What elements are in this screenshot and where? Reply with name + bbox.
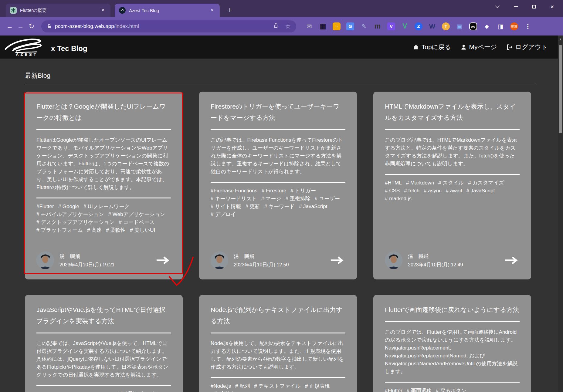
hashtag[interactable]: # HTML [90, 390, 109, 392]
hashtag[interactable]: # await [446, 187, 462, 195]
hashtag[interactable]: # サイト情報 [211, 203, 241, 211]
card-summary: この記事では、JavaScriptやVue.jsを使って、HTMLで日付選択プラ… [36, 340, 171, 379]
close-window-button[interactable]: × [549, 4, 555, 10]
blog-card[interactable]: Node.jsで配列からテキストファイルに出力する方法 Node.jsを使用して… [199, 295, 357, 392]
z-extension-icon[interactable]: Z [415, 22, 422, 30]
scrollbar-up-arrow[interactable]: ▲ [558, 37, 563, 41]
hashtag[interactable]: # モバイルアプリケーション [36, 211, 104, 218]
card-divider [36, 129, 171, 130]
side-panel-icon[interactable]: ◨ [497, 22, 504, 30]
hashtag[interactable]: # ユーザー [315, 195, 340, 203]
browser-menu-icon[interactable]: ⋮ [524, 22, 532, 30]
blog-card[interactable]: JavaScriptやVue.jsを使ってHTMLで日付選択プラグインを実装する… [25, 295, 183, 392]
hashtag[interactable]: # 日付選択プラグイン [113, 390, 164, 392]
hashtag[interactable]: # 数字抽出 [211, 390, 236, 392]
hashtag[interactable]: # 更新 [245, 203, 260, 211]
clipboard-extension-icon[interactable]: ▣ [456, 22, 463, 30]
hashtag[interactable]: # デプロイ [211, 211, 236, 218]
read-more-arrow[interactable] [504, 256, 518, 265]
hashtag[interactable]: #HTML [385, 179, 402, 187]
hashtag[interactable]: # スタイル [438, 179, 464, 187]
hashtag[interactable]: # UIフレームワーク [83, 203, 130, 211]
hashtag[interactable]: # 高速 [87, 226, 102, 234]
google-translate-icon[interactable]: G [346, 22, 354, 30]
nav-logout[interactable]: ログアウト [506, 43, 548, 51]
hashtag[interactable]: # Webアプリケーション [108, 211, 165, 218]
hashtag[interactable]: # CSS [385, 187, 400, 195]
hashtag[interactable]: #Node.js [211, 382, 231, 390]
tab-flutter-overview[interactable]: Flutterの概要 × [6, 4, 110, 17]
hashtag[interactable]: # マージ [261, 195, 281, 203]
hashtag[interactable]: # テキストファイル [254, 382, 300, 390]
hashtag[interactable]: # 配列 [235, 382, 250, 390]
share-icon[interactable] [273, 22, 279, 30]
address-bar[interactable]: pcom-azest-blog.web.app/index.html ☆ [41, 20, 296, 32]
blog-card[interactable]: Flutterとは？Googleが開発したUIフレームワークの特徴とは Flut… [25, 92, 183, 279]
v-purple-extension-icon[interactable]: V [387, 22, 395, 30]
forward-icon[interactable]: → [15, 21, 26, 32]
hashtag[interactable]: # 美しいUI [130, 226, 155, 234]
hashtag[interactable]: # async [424, 187, 442, 195]
reload-icon[interactable]: ↻ [26, 21, 37, 32]
hashtag[interactable]: # fetch [404, 187, 419, 195]
hashtag[interactable]: # Firestore [262, 187, 286, 195]
hashtag[interactable]: # 画面遷移 [407, 387, 432, 392]
hashtag[interactable]: # コードベース [119, 218, 154, 226]
blog-card[interactable]: HTMLでMarkdownファイルを表示し、スタイルをカスタマイズする方法 この… [373, 92, 531, 279]
profile-avatar-badge[interactable]: 鵬飛 [510, 22, 518, 30]
card-title: Node.jsで配列からテキストファイルに出力する方法 [211, 304, 345, 326]
scrollbar-thumb[interactable] [559, 45, 562, 133]
hashtag[interactable]: #Firebase Functions [211, 187, 257, 195]
author-name: 湯 鵬飛 [234, 253, 289, 260]
w-extension-icon[interactable]: W [428, 22, 436, 30]
hashtag[interactable]: # JavaScript [299, 203, 327, 211]
m-extension-icon[interactable]: m [374, 22, 382, 30]
qr-code-extension-icon[interactable]: ▦ [319, 22, 327, 30]
nav-my-page[interactable]: Myページ [460, 43, 497, 51]
card-summary: Node.jsを使用して、配列の要素をテキストファイルに出力する方法について説明… [211, 340, 345, 371]
t-extension-icon[interactable]: T [442, 22, 450, 30]
hashtag[interactable]: # 戻るボタン [436, 387, 466, 392]
bookmark-star-icon[interactable]: ☆ [285, 23, 291, 30]
hashtag[interactable]: # カスタマイズ [468, 179, 504, 187]
hashtag[interactable]: #JavaScript [36, 390, 63, 392]
hashtag[interactable]: # キーワードリスト [211, 195, 257, 203]
card-divider [385, 382, 520, 383]
hashtag[interactable]: # トリガー [290, 187, 316, 195]
hashtag[interactable]: # marked.js [385, 195, 412, 203]
extensions-puzzle-icon[interactable]: ◆ [483, 22, 491, 30]
new-tab-button[interactable]: + [225, 5, 234, 15]
back-icon[interactable]: ← [4, 21, 15, 32]
lightbulb-extension-icon[interactable]: ○ [333, 22, 341, 30]
post-date: 2023年4月10日(月) 12:50 [234, 262, 289, 268]
azest-logo[interactable]: AZEST x Tec Blog [4, 38, 87, 56]
hashtag[interactable]: # 正規表現 [305, 382, 330, 390]
hashtag[interactable]: #Flutter [385, 387, 402, 392]
hashtag[interactable]: # プラットフォーム [36, 226, 83, 234]
hashtag[interactable]: # Google [58, 203, 79, 211]
nav-back-to-top[interactable]: Topに戻る [413, 43, 451, 51]
hashtag[interactable]: # デスクトップアプリケーション [36, 218, 114, 226]
maximize-button[interactable] [531, 4, 537, 10]
hashtag[interactable]: #Flutter [36, 203, 54, 211]
hashtag[interactable]: # 重複排除 [286, 195, 310, 203]
blog-card[interactable]: Flutterで画面遷移後に戻れないようにする方法 このブログでは、Flutte… [373, 295, 531, 392]
vue-extension-icon[interactable]: V [401, 22, 409, 30]
tab-close-icon[interactable]: × [100, 7, 106, 14]
hashtag[interactable]: # キーワード [264, 203, 295, 211]
eyedropper-extension-icon[interactable]: ✎ [360, 22, 368, 30]
read-more-arrow[interactable] [156, 256, 170, 265]
chevron-down-icon[interactable] [494, 4, 500, 10]
page-scrollbar[interactable]: ▲ [558, 35, 563, 392]
hashtag[interactable]: # 柔軟性 [106, 226, 126, 234]
read-more-arrow[interactable] [330, 256, 344, 265]
minimize-button[interactable] [513, 4, 519, 10]
blog-card[interactable]: Firestoreのトリガーを使ってユーザーキーワードをマージする方法 この記事… [199, 92, 357, 279]
tab-azest-tec-blog[interactable]: Azest Tec Blog × [115, 4, 220, 17]
device-frame-extension-icon[interactable]: oo [469, 22, 477, 30]
mail-extension-icon[interactable]: ✉ [305, 22, 313, 30]
hashtag[interactable]: # Markdown [406, 179, 434, 187]
tab-close-icon[interactable]: × [209, 7, 215, 14]
hashtag[interactable]: # JavaScript [466, 187, 495, 195]
hashtag[interactable]: # Vue.js [68, 390, 86, 392]
